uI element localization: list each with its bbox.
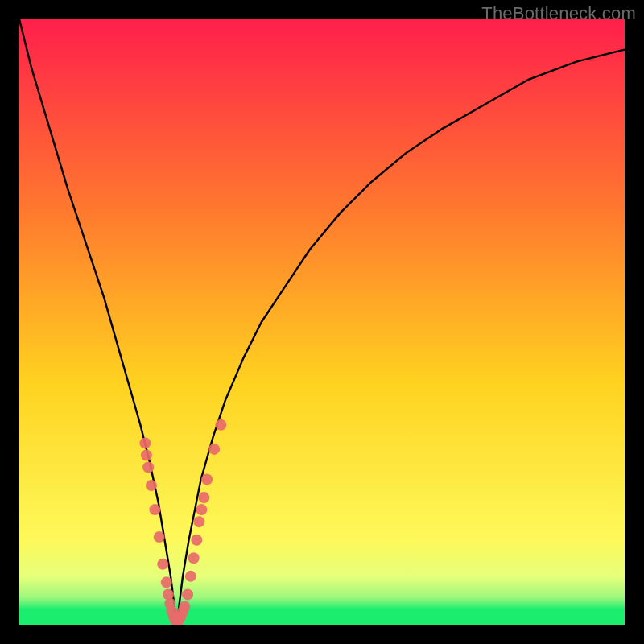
svg-point-25: [198, 492, 209, 503]
svg-point-23: [193, 516, 204, 527]
svg-point-18: [179, 601, 190, 612]
chart-frame: [19, 19, 625, 625]
chart-plot: [19, 19, 625, 625]
svg-point-28: [215, 419, 226, 431]
svg-point-6: [154, 531, 165, 543]
chart-svg: [19, 19, 625, 625]
svg-point-27: [208, 444, 220, 455]
svg-point-24: [196, 504, 207, 515]
svg-point-7: [157, 559, 168, 570]
svg-point-20: [185, 571, 196, 582]
svg-point-3: [142, 461, 154, 473]
svg-point-1: [139, 437, 151, 448]
watermark-text: TheBottleneck.com: [481, 3, 636, 24]
svg-point-21: [188, 552, 200, 564]
svg-point-2: [141, 449, 152, 460]
svg-point-4: [146, 480, 157, 491]
svg-point-26: [201, 474, 213, 485]
svg-point-22: [191, 535, 202, 546]
svg-point-5: [149, 504, 160, 515]
svg-point-19: [182, 588, 193, 600]
svg-point-8: [161, 576, 172, 588]
